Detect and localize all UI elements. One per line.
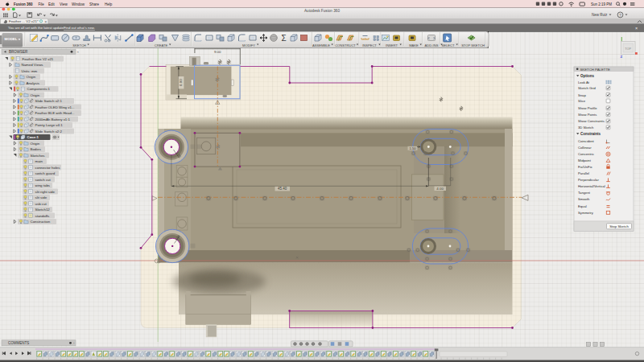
svg-text:Units: mm: Units: mm [22, 69, 38, 73]
svg-text:switch cut: switch cut [35, 178, 52, 182]
svg-text:×: × [635, 26, 638, 31]
svg-text:ADD-INS: ADD-INS [425, 43, 439, 47]
svg-text:×: × [77, 50, 80, 54]
svg-text:Constraints: Constraints [580, 132, 601, 136]
svg-text:45.40: 45.40 [278, 187, 287, 191]
svg-text:Collinear: Collinear [578, 146, 592, 150]
svg-text:Perpendicular: Perpendicular [578, 178, 599, 182]
svg-text:4.00: 4.00 [436, 187, 444, 191]
svg-text:File: File [39, 2, 45, 6]
svg-text:Help: Help [105, 2, 113, 6]
svg-text:INSPECT: INSPECT [362, 43, 377, 47]
svg-text:Equal: Equal [578, 204, 587, 208]
svg-text:TOP: TOP [625, 47, 631, 51]
svg-text:Options: Options [580, 74, 594, 78]
svg-text:Fusion 360: Fusion 360 [14, 2, 33, 6]
svg-text:Snap: Snap [578, 93, 586, 97]
svg-text:SKETCH: SKETCH [72, 43, 86, 47]
svg-text:Feather Box V2 v21: Feather Box V2 v21 [23, 57, 54, 61]
svg-text:Autodesk Fusion 360: Autodesk Fusion 360 [304, 9, 340, 13]
svg-text:SKETCH PALETTE: SKETCH PALETTE [580, 68, 611, 72]
svg-text:Sun 2:19 PM: Sun 2:19 PM [591, 2, 612, 6]
svg-text:View: View [60, 2, 68, 6]
svg-text:×: × [44, 19, 47, 24]
svg-text:Construction: Construction [31, 220, 51, 224]
svg-text:MODEL: MODEL [5, 37, 18, 41]
svg-text:Named Views: Named Views [22, 63, 44, 67]
svg-text:INSERT: INSERT [386, 43, 398, 47]
svg-text:Feather OLED Wing v1...: Feather OLED Wing v1... [35, 105, 75, 109]
svg-text:2000mAh Battery v1:1: 2000mAh Battery v1:1 [35, 117, 71, 121]
svg-text:Fix/UnFix: Fix/UnFix [578, 165, 593, 169]
svg-text:You are all set with the lates: You are all set with the latest update. [8, 26, 64, 30]
svg-text:Horizontal/Vertical: Horizontal/Vertical [578, 184, 605, 188]
svg-text:?: ? [619, 14, 621, 18]
svg-text:Σ: Σ [281, 34, 286, 43]
svg-text:Parallel: Parallel [578, 171, 589, 175]
svg-text:slit right side: slit right side [35, 190, 56, 194]
svg-text:Symmetry: Symmetry [578, 211, 594, 215]
svg-text:Pointy Large v4:1: Pointy Large v4:1 [35, 123, 64, 127]
svg-text:Tangent: Tangent [578, 191, 591, 195]
svg-text:Stop Sketch: Stop Sketch [609, 224, 629, 228]
svg-text:Origin: Origin [31, 142, 40, 146]
svg-text:Show Points: Show Points [578, 113, 597, 117]
svg-text:COMMENTS: COMMENTS [8, 341, 29, 345]
svg-text:Sketches: Sketches [31, 154, 46, 158]
svg-text:CONSTRUCT: CONSTRUCT [335, 43, 356, 47]
svg-text:Case:1: Case:1 [27, 135, 39, 139]
svg-text:Analysis: Analysis [27, 81, 40, 85]
svg-text:Midpoint: Midpoint [578, 158, 592, 162]
svg-text:Find out what’s new.: Find out what’s new. [64, 26, 95, 30]
svg-text:Slide Switch v2:1: Slide Switch v2:1 [35, 99, 63, 103]
svg-text:Edit: Edit [48, 2, 56, 6]
svg-text:CREATE: CREATE [155, 43, 168, 47]
svg-text:Window: Window [72, 2, 85, 6]
svg-text:usb cut: usb cut [35, 202, 47, 206]
svg-text:Origin: Origin [31, 93, 40, 97]
svg-text:main: main [35, 159, 43, 163]
svg-text:SELECT: SELECT [442, 43, 455, 47]
svg-text:MAKE: MAKE [409, 43, 419, 47]
svg-text:Smooth: Smooth [578, 197, 590, 201]
svg-text:6.00: 6.00 [179, 79, 183, 86]
svg-text:STOP SKETCH: STOP SKETCH [461, 43, 485, 47]
svg-text:Origin: Origin [27, 75, 36, 79]
svg-text:connector holes: connector holes [35, 166, 61, 170]
svg-text:Feather ... V2 v21*: Feather ... V2 v21* [9, 19, 39, 23]
svg-text:Bodies: Bodies [31, 147, 42, 151]
svg-text:ASSEMBLE: ASSEMBLE [312, 43, 330, 47]
svg-text:Components:1: Components:1 [27, 87, 51, 91]
svg-text:Sketch12: Sketch12 [35, 208, 51, 212]
svg-text:Concentric: Concentric [578, 152, 594, 156]
svg-text:Show Profile: Show Profile [578, 106, 597, 110]
svg-text:BROWSER: BROWSER [9, 50, 28, 54]
svg-text:Slice: Slice [578, 99, 586, 103]
svg-text:Coincident: Coincident [578, 139, 595, 143]
svg-text:Show Constraints: Show Constraints [578, 119, 605, 123]
svg-text:Look At: Look At [578, 80, 590, 84]
svg-text:Share: Share [89, 2, 100, 6]
svg-text:switch guard: switch guard [35, 171, 56, 175]
svg-text:Slide Switch v2:2: Slide Switch v2:2 [35, 130, 63, 134]
svg-text:slit side: slit side [35, 195, 47, 200]
svg-text:New Ruiz: New Ruiz [592, 13, 608, 17]
svg-text:Sketch Grid: Sketch Grid [578, 86, 597, 90]
svg-text:9.00: 9.00 [214, 50, 221, 54]
svg-text:Feather BLE with Head...: Feather BLE with Head... [35, 111, 75, 115]
svg-text:Z: Z [620, 55, 622, 59]
svg-text:standoffs: standoffs [35, 214, 51, 218]
svg-text:MODIFY: MODIFY [242, 43, 255, 47]
svg-text:1.50: 1.50 [410, 146, 417, 150]
svg-text:3D Sketch: 3D Sketch [578, 125, 594, 130]
svg-text:wing tabs: wing tabs [35, 183, 51, 187]
